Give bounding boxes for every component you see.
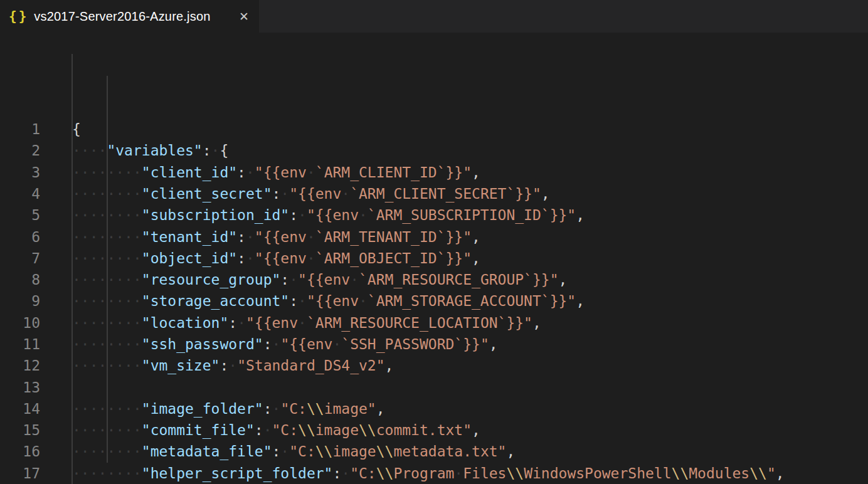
code-token: : xyxy=(263,401,272,417)
whitespace-dots: ········ xyxy=(72,465,142,481)
code-line[interactable]: 9········"storage_account":·"{{env·`ARM_… xyxy=(0,290,868,312)
vscode-window: {} vs2017-Server2016-Azure.json ✕ 1{2···… xyxy=(0,0,868,484)
code-line[interactable]: 2····"variables":·{ xyxy=(0,140,868,161)
whitespace-dots: · xyxy=(359,293,368,309)
tab-bar: {} vs2017-Server2016-Azure.json ✕ xyxy=(0,0,868,33)
code-line[interactable]: 1{ xyxy=(0,118,868,140)
code-token: "metadata_file" xyxy=(142,443,272,460)
code-token: : xyxy=(237,164,246,181)
code-token: `ARM_TENANT_ID`}}" xyxy=(315,229,472,245)
code-token: " xyxy=(767,465,776,481)
code-token: , xyxy=(776,465,785,481)
code-line[interactable]: 12········"vm_size":·"Standard_DS4_v2", xyxy=(0,355,868,376)
code-token: : xyxy=(237,229,246,245)
code-token: image" xyxy=(324,401,376,417)
line-number[interactable]: 17 xyxy=(0,463,40,484)
code-token: : xyxy=(280,271,289,288)
code-line[interactable]: 5········"subscription_id":·"{{env·`ARM_… xyxy=(0,204,868,226)
code-line[interactable]: 17········"helper_script_folder":·"C:\\P… xyxy=(0,463,868,484)
code-token: : xyxy=(255,422,263,438)
tab-vs2017-server2016-azure-json[interactable]: {} vs2017-Server2016-Azure.json ✕ xyxy=(0,0,259,33)
code-token: Program xyxy=(393,465,454,481)
code-token: , xyxy=(376,401,385,417)
code-line[interactable]: 10········"location":·"{{env·`ARM_RESOUR… xyxy=(0,312,868,334)
line-number[interactable]: 1 xyxy=(0,118,40,140)
code-token: Files xyxy=(463,465,506,481)
code-line[interactable]: 4········"client_secret":·"{{env·`ARM_CL… xyxy=(0,183,868,204)
line-number[interactable]: 8 xyxy=(0,269,40,290)
code-line[interactable]: 7········"object_id":·"{{env·`ARM_OBJECT… xyxy=(0,248,868,269)
line-number[interactable]: 15 xyxy=(0,419,40,441)
code-token: , xyxy=(472,229,480,245)
code-token: { xyxy=(72,121,81,137)
indent-guide-level-1 xyxy=(107,76,108,463)
code-token: , xyxy=(472,250,480,266)
line-number[interactable]: 2 xyxy=(0,140,40,161)
code-line[interactable]: 3········"client_id":·"{{env·`ARM_CLIENT… xyxy=(0,162,868,183)
whitespace-dots: · xyxy=(228,357,237,374)
line-number[interactable]: 14 xyxy=(0,398,40,419)
code-token: image xyxy=(332,443,376,460)
code-line[interactable]: 11········"ssh_password":·"{{env·`SSH_PA… xyxy=(0,334,868,355)
code-token: \\ xyxy=(506,465,524,481)
line-number[interactable]: 5 xyxy=(0,204,40,226)
code-token: "variables" xyxy=(107,142,202,159)
code-line[interactable]: 14········"image_folder":·"C:\\image", xyxy=(0,398,868,419)
code-token: \\ xyxy=(672,465,689,481)
code-line[interactable]: 15········"commit_file":·"C:\\image\\com… xyxy=(0,419,868,441)
code-token: \\ xyxy=(749,465,767,481)
code-line[interactable]: 16········"metadata_file":·"C:\\image\\m… xyxy=(0,441,868,462)
whitespace-dots: · xyxy=(246,164,255,181)
code-token: , xyxy=(472,164,480,181)
code-token: : xyxy=(220,357,228,374)
line-number[interactable]: 9 xyxy=(0,290,40,312)
code-token: , xyxy=(559,271,568,288)
code-line[interactable]: 13 xyxy=(0,377,868,398)
line-number[interactable]: 3 xyxy=(0,162,40,183)
code-token: "location" xyxy=(142,315,228,331)
code-token: "{{env xyxy=(307,207,359,223)
code-token: \\ xyxy=(376,443,394,460)
whitespace-dots: · xyxy=(298,207,307,223)
code-line[interactable]: 8········"resource_group":·"{{env·`ARM_R… xyxy=(0,269,868,290)
code-token: "{{env xyxy=(246,315,298,331)
whitespace-dots: · xyxy=(246,229,255,245)
code-token: "{{env xyxy=(255,229,307,245)
whitespace-dots: · xyxy=(211,142,220,159)
code-editor[interactable]: 1{2····"variables":·{3········"client_id… xyxy=(0,33,868,484)
whitespace-dots: ···· xyxy=(72,142,107,159)
code-token: `ARM_CLIENT_ID`}}" xyxy=(315,164,472,181)
code-token: "C: xyxy=(272,422,299,438)
code-token: `ARM_RESOURCE_GROUP`}}" xyxy=(359,271,559,288)
code-token: `SSH_PASSWORD`}}" xyxy=(341,336,489,352)
code-token: Modules xyxy=(689,465,749,481)
line-number[interactable]: 6 xyxy=(0,226,40,248)
code-token: `ARM_SUBSCRIPTION_ID`}}" xyxy=(368,207,576,223)
line-number[interactable]: 7 xyxy=(0,248,40,269)
line-number[interactable]: 11 xyxy=(0,334,40,355)
code-token: "object_id" xyxy=(142,250,237,266)
line-number[interactable]: 10 xyxy=(0,312,40,334)
code-token: "Standard_DS4_v2" xyxy=(237,357,384,374)
whitespace-dots: · xyxy=(289,271,298,288)
code-token: "C: xyxy=(280,401,307,417)
code-token: , xyxy=(472,422,480,438)
code-token: "C: xyxy=(289,443,315,460)
line-number[interactable]: 13 xyxy=(0,377,40,398)
whitespace-dots: · xyxy=(350,271,359,288)
code-token: : xyxy=(263,336,272,352)
code-line[interactable]: 6········"tenant_id":·"{{env·`ARM_TENANT… xyxy=(0,226,868,248)
line-number[interactable]: 16 xyxy=(0,441,40,462)
close-tab-icon[interactable]: ✕ xyxy=(226,9,249,23)
code-token: : xyxy=(289,207,298,223)
code-token: , xyxy=(576,207,585,223)
code-token: "ssh_password" xyxy=(142,336,263,352)
line-number[interactable]: 4 xyxy=(0,183,40,204)
code-token: "resource_group" xyxy=(142,271,281,288)
whitespace-dots: · xyxy=(280,443,289,460)
code-token: `ARM_OBJECT_ID`}}" xyxy=(315,250,472,266)
code-token: `ARM_STORAGE_ACCOUNT`}}" xyxy=(368,293,576,309)
line-number[interactable]: 12 xyxy=(0,355,40,376)
code-token: "{{env xyxy=(280,336,332,352)
json-file-icon: {} xyxy=(9,9,28,24)
